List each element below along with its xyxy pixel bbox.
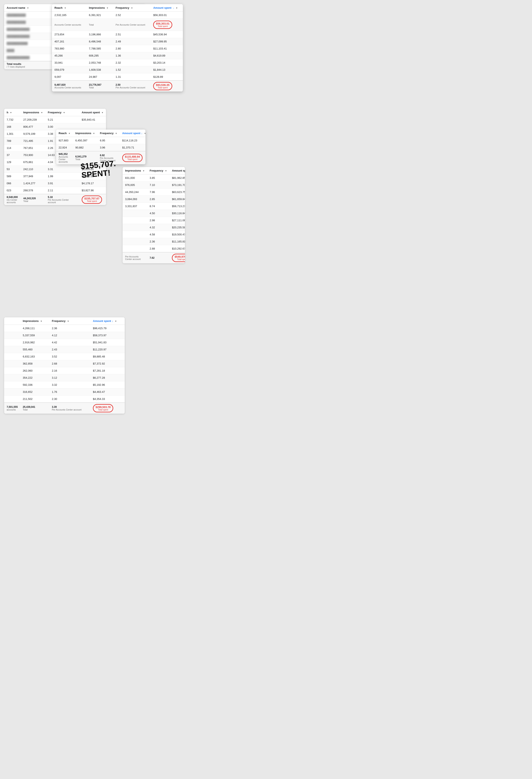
highlight-115486: $115,486.94 Total spent bbox=[122, 154, 143, 162]
total-freq-4-label: Per Accounts Center account bbox=[123, 252, 147, 263]
col-frequency[interactable]: Frequency ▼ bbox=[113, 4, 151, 12]
total-freq-5: 3.39 Per Accounts Center account bbox=[50, 403, 90, 414]
col-reach-3[interactable]: Reach ▼ bbox=[56, 130, 73, 137]
table-row: 354,2223.12$6,277.28 bbox=[4, 374, 125, 381]
table-row: 7,73227,209,2395.21$35,843.41 bbox=[4, 116, 106, 123]
table-row: 2.88$10,292.67 bbox=[123, 245, 185, 252]
col-frequency-5[interactable]: Frequency ▼ bbox=[50, 317, 90, 325]
table-row: 4.58$19,500.47 bbox=[123, 231, 185, 238]
sublabel-imp: Total bbox=[86, 19, 113, 31]
col-impressions[interactable]: Impressions ▼ bbox=[86, 4, 113, 12]
total-row: 8,540,000 nts Center accounts 44,243,526… bbox=[4, 194, 106, 205]
sort-icon: ▼ bbox=[131, 7, 133, 9]
sublabel-freq: Per Accounts Center account bbox=[113, 19, 151, 31]
account-name-cell: ████ bbox=[4, 47, 57, 54]
sort-icon: ▼ bbox=[176, 7, 178, 9]
col-amount-5[interactable]: Amount spent ↓ ▼ bbox=[90, 317, 125, 325]
table-row: 3,084,0932.85$61,659.84 bbox=[123, 196, 185, 203]
big-annotation: $155,707.SPENT! bbox=[81, 159, 116, 180]
col-blank-5[interactable] bbox=[4, 317, 20, 325]
table-row: 6,832,1633.52$9,885.48 bbox=[4, 353, 125, 360]
highlight-155707: $155,707.67 Total spent bbox=[82, 195, 102, 204]
total-row: 9,497,920 Accounts Center accounts 23,77… bbox=[52, 80, 183, 92]
section-1: Account name ▼ Reach ▼ ██████████ 273,65… bbox=[4, 4, 183, 69]
sort-icon: ▼ bbox=[115, 132, 117, 134]
highlight-93536: $93,536.35 Total spent bbox=[153, 82, 172, 90]
table-row: 0661,424,2773.91$4,178.17 bbox=[4, 180, 106, 187]
summary-amount: $56,303.01 bbox=[151, 12, 183, 19]
col-impressions-3[interactable]: Impressions ▼ bbox=[73, 130, 97, 137]
total-amount-5: $299,503.78 Total spent bbox=[90, 403, 125, 414]
table-row: 262,0602.16$7,281.18 bbox=[4, 367, 125, 374]
account-name-cell: ████████████ bbox=[4, 26, 57, 33]
col-amount-2[interactable]: Amount spent ▼ bbox=[79, 109, 106, 116]
table-row: 4,268,1112.36$96,415.79 bbox=[4, 325, 125, 332]
summary-frequency: 2.52 bbox=[113, 12, 151, 19]
table-row: 831,0003.85$81,962.85 bbox=[123, 175, 185, 182]
table-row: 3,331,8378.74$56,713.27 bbox=[123, 203, 185, 210]
sort-icon: ▼ bbox=[165, 170, 167, 172]
sort-icon: ▼ bbox=[144, 132, 145, 134]
col-frequency-2[interactable]: Frequency ▼ bbox=[45, 109, 79, 116]
table-row: 783,9807,788,5852.80$11,103.41 bbox=[52, 45, 183, 52]
account-name-cell: ██████████ bbox=[4, 12, 57, 19]
sort-icon: ▼ bbox=[64, 7, 66, 9]
sort-icon: ▼ bbox=[143, 170, 145, 172]
table-row: 2.36$11,165.81 bbox=[123, 238, 185, 245]
section-2: h ▼ Impressions ▼ Frequency ▼ Amount spe… bbox=[4, 109, 183, 205]
sort-icon: ▼ bbox=[40, 320, 43, 322]
summary-reach: 2,532,165 bbox=[52, 12, 86, 19]
table-overlay-1: Reach ▼ Impressions ▼ Frequency ▼ Amou bbox=[52, 4, 183, 92]
total-freq-4: 7.62 bbox=[147, 252, 170, 263]
table-row: 273,6543,196,8662.51$45,536.94 bbox=[52, 31, 183, 38]
total-row: Per Accounts Center account 7.62 $549,97… bbox=[123, 252, 185, 263]
col-h[interactable]: h ▼ bbox=[4, 109, 21, 116]
sort-icon: ▼ bbox=[93, 132, 95, 134]
col-impressions-2[interactable]: Impressions ▼ bbox=[21, 109, 45, 116]
table-row: 976,0057.10$73,191.70 bbox=[123, 182, 185, 189]
summary-impressions: 6,391,921 bbox=[86, 12, 113, 19]
table-row: 927,6836,450,3976.95$114,116.23 bbox=[56, 137, 145, 144]
col-amount-spent[interactable]: Amount spent ↓ ▼ bbox=[151, 4, 183, 12]
table-row: 362,8582.68$7,372.92 bbox=[4, 360, 125, 367]
sublabel-reach: Accounts Center accounts bbox=[52, 19, 86, 31]
table-row: 407,1618,496,5482.49$27,099.95 bbox=[52, 38, 183, 45]
table-row: 9,09724,9871.31$128.89 bbox=[52, 73, 183, 81]
table-row: 22,92490,8823.96$1,370.71 bbox=[56, 144, 145, 152]
table-row: 4.50$30,116.84 bbox=[123, 210, 185, 217]
table-row: 5,337,5594.12$58,373.97 bbox=[4, 332, 125, 339]
table-row: 592,3363.32$5,192.96 bbox=[4, 381, 125, 388]
sort-icon: ▼ bbox=[115, 320, 117, 322]
total-impressions-val: 23,776,567 Total bbox=[86, 80, 113, 92]
sort-icon: ▼ bbox=[41, 112, 43, 114]
sort-icon: ▼ bbox=[102, 112, 104, 114]
sublabel-row: Accounts Center accounts Total Per Accou… bbox=[52, 19, 183, 31]
section-3: Impressions ▼ Frequency ▼ Amount spent ↓… bbox=[4, 317, 183, 414]
col-amount-3[interactable]: Amount spent ↓ ▼ bbox=[120, 130, 145, 137]
total-amount-val: $93,536.35 Total spent bbox=[151, 80, 183, 92]
col-reach-overlay[interactable]: Reach ▼ bbox=[52, 4, 86, 12]
table-row: 316,6521.76$4,463.47 bbox=[4, 388, 125, 396]
table-row: 33,9412,053,7482.32$3,203.14 bbox=[52, 59, 183, 66]
col-impressions-4[interactable]: Impressions ▼ bbox=[123, 167, 147, 175]
table-row: 059,0791,609,5381.52$1,844.13 bbox=[52, 66, 183, 73]
table-5-bottom: Impressions ▼ Frequency ▼ Amount spent ↓… bbox=[4, 317, 125, 414]
table-row: 2,916,9824.42$51,941.83 bbox=[4, 339, 125, 346]
sublabel-highlight: $56,303.01 Total spent bbox=[151, 19, 183, 31]
table-row: 4.32$20,235.58 bbox=[123, 224, 185, 231]
highlight-299503: $299,503.78 Total spent bbox=[93, 404, 113, 412]
table-row: 2.98$27,111.06 bbox=[123, 217, 185, 224]
col-impressions-5[interactable]: Impressions ▼ bbox=[20, 317, 49, 325]
account-name-cell: ███████████ bbox=[4, 40, 57, 47]
annotation-text: $155,707.SPENT! bbox=[80, 159, 117, 180]
sort-down-icon: ↓ bbox=[173, 7, 174, 9]
table-row: 44,350,2447.96$63,623.75 bbox=[123, 189, 185, 196]
table-row: 211,5022.30$4,354.33 bbox=[4, 396, 125, 403]
col-frequency-4[interactable]: Frequency ▼ bbox=[147, 167, 170, 175]
col-frequency-3[interactable]: Frequency ▼ bbox=[97, 130, 120, 137]
col-amount-4[interactable]: Amount spent ▼ bbox=[170, 167, 185, 175]
table-row: 555,4602.43$11,220.97 bbox=[4, 346, 125, 353]
account-name-cell: ████████████ bbox=[4, 54, 57, 61]
col-account-name[interactable]: Account name ▼ bbox=[4, 4, 57, 12]
sort-icon: ▼ bbox=[67, 320, 69, 322]
